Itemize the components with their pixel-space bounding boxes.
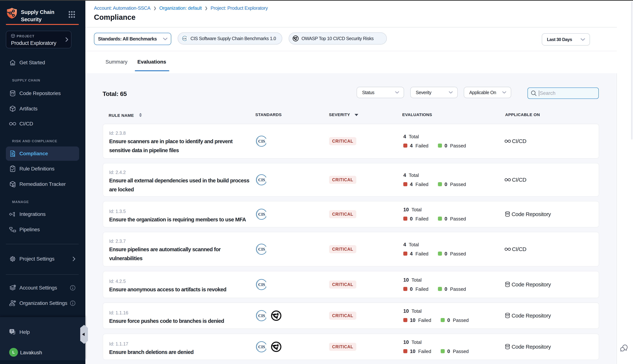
svg-text:CIS: CIS xyxy=(258,139,265,144)
svg-text:CIS: CIS xyxy=(258,344,265,349)
svg-text:CIS: CIS xyxy=(258,247,265,252)
svg-text:CIS: CIS xyxy=(258,282,265,287)
svg-text:CIS: CIS xyxy=(183,37,187,40)
svg-text:?: ? xyxy=(11,330,13,333)
svg-text:CIS: CIS xyxy=(258,178,265,182)
svg-text:CIS: CIS xyxy=(258,314,265,318)
svg-text:CIS: CIS xyxy=(258,212,265,216)
